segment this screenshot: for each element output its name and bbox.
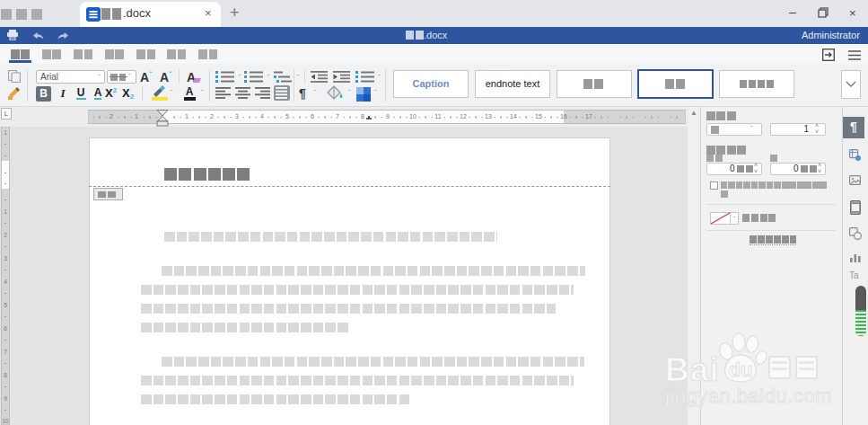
svg-text:5: 5	[4, 302, 7, 308]
svg-text:15: 15	[535, 113, 542, 120]
svg-text:2: 2	[110, 113, 113, 120]
svg-text:3: 3	[235, 113, 239, 120]
svg-text:4: 4	[260, 113, 264, 120]
svg-text:3: 3	[4, 255, 7, 261]
svg-text:17: 17	[585, 113, 592, 120]
svg-text:9: 9	[386, 113, 390, 120]
svg-text:2: 2	[4, 232, 7, 238]
svg-text:10: 10	[2, 418, 9, 424]
svg-text:5: 5	[285, 113, 289, 120]
svg-text:1: 1	[135, 113, 138, 120]
svg-text:8: 8	[361, 113, 364, 120]
svg-text:1: 1	[4, 208, 7, 215]
svg-text:4: 4	[4, 279, 7, 285]
svg-text:12: 12	[460, 113, 467, 120]
svg-text:6: 6	[4, 325, 7, 332]
svg-text:8: 8	[4, 372, 7, 378]
svg-text:6: 6	[311, 113, 314, 120]
svg-text:1: 1	[4, 129, 7, 136]
svg-text:10: 10	[409, 113, 416, 120]
svg-text:1: 1	[185, 113, 189, 120]
svg-text:7: 7	[4, 349, 7, 355]
svg-text:16: 16	[560, 113, 567, 120]
svg-text:9: 9	[4, 395, 7, 402]
svg-text:13: 13	[485, 113, 492, 120]
svg-text:du: du	[729, 359, 753, 381]
svg-text:7: 7	[336, 113, 339, 120]
svg-text:2: 2	[210, 113, 214, 120]
svg-text:14: 14	[510, 113, 517, 120]
svg-text:11: 11	[434, 113, 441, 120]
